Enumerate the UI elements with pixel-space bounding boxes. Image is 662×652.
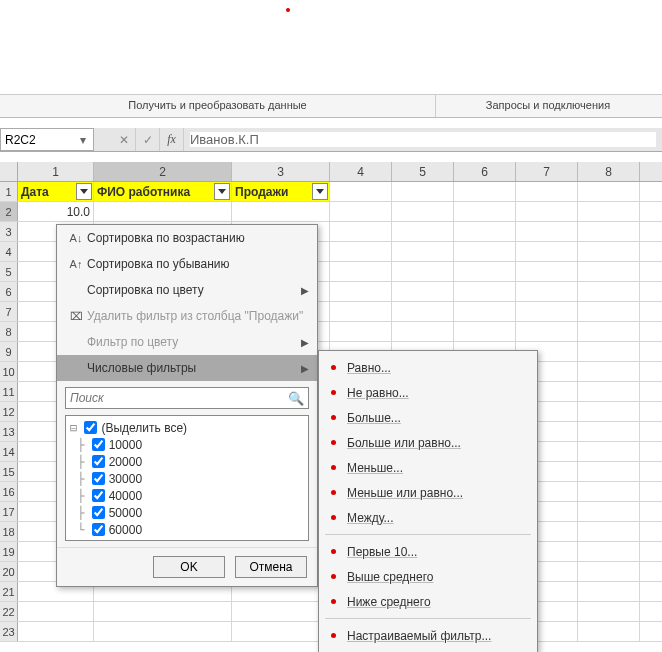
filter-value-checkbox[interactable] <box>92 523 105 536</box>
cell[interactable] <box>330 262 392 281</box>
cell[interactable]: Дата <box>18 182 94 201</box>
cell[interactable] <box>454 302 516 321</box>
sort-by-color[interactable]: Сортировка по цвету ▶ <box>57 277 317 303</box>
cell[interactable] <box>392 242 454 261</box>
filter-value-item[interactable]: ├ 10000 <box>70 436 304 453</box>
cell[interactable] <box>330 282 392 301</box>
cell[interactable] <box>392 202 454 221</box>
cell[interactable] <box>454 202 516 221</box>
cell[interactable] <box>578 202 640 221</box>
cell[interactable] <box>516 222 578 241</box>
cell[interactable] <box>578 302 640 321</box>
filter-cancel-button[interactable]: Отмена <box>235 556 307 578</box>
filter-dropdown-button[interactable] <box>312 183 328 200</box>
cell[interactable] <box>516 262 578 281</box>
filter-value-checkbox[interactable] <box>92 455 105 468</box>
column-header[interactable]: 1 <box>18 162 94 181</box>
column-header[interactable]: 5 <box>392 162 454 181</box>
cell[interactable] <box>578 422 640 441</box>
row-header[interactable]: 14 <box>0 442 18 461</box>
name-box-dropdown-icon[interactable]: ▾ <box>77 133 89 147</box>
cell[interactable] <box>516 322 578 341</box>
row-header[interactable]: 2 <box>0 202 18 221</box>
submenu-item[interactable]: Больше или равно... <box>319 430 537 455</box>
filter-value-item[interactable]: ├ 30000 <box>70 470 304 487</box>
cell[interactable] <box>578 502 640 521</box>
cell[interactable] <box>454 322 516 341</box>
cell[interactable] <box>330 202 392 221</box>
cell[interactable] <box>94 202 232 221</box>
filter-select-all-checkbox[interactable] <box>84 421 97 434</box>
submenu-item[interactable]: Меньше... <box>319 455 537 480</box>
cell[interactable] <box>578 582 640 601</box>
cell[interactable] <box>330 222 392 241</box>
fx-icon[interactable]: fx <box>160 128 184 151</box>
filter-dropdown-button[interactable] <box>214 183 230 200</box>
row-header[interactable]: 12 <box>0 402 18 421</box>
row-header[interactable]: 11 <box>0 382 18 401</box>
cell[interactable] <box>330 182 392 201</box>
cell[interactable] <box>330 322 392 341</box>
filter-dropdown-button[interactable] <box>76 183 92 200</box>
cell[interactable] <box>578 282 640 301</box>
cell[interactable] <box>392 282 454 301</box>
cell[interactable] <box>18 622 94 641</box>
cell[interactable] <box>578 542 640 561</box>
select-all-corner[interactable] <box>0 162 18 181</box>
sort-asc[interactable]: A↓ Сортировка по возрастанию <box>57 225 317 251</box>
cell[interactable]: Продажи <box>232 182 330 201</box>
submenu-item[interactable]: Ниже среднего <box>319 589 537 614</box>
row-header[interactable]: 7 <box>0 302 18 321</box>
column-header[interactable]: 6 <box>454 162 516 181</box>
accept-formula-icon[interactable]: ✓ <box>136 128 160 151</box>
cell[interactable] <box>454 222 516 241</box>
cell[interactable] <box>232 202 330 221</box>
filter-values-list[interactable]: ⊟ (Выделить все) ├ 10000 ├ 20000 ├ 30000… <box>65 415 309 541</box>
cell[interactable] <box>94 602 232 621</box>
cell[interactable] <box>516 242 578 261</box>
cell[interactable] <box>392 262 454 281</box>
filter-value-item[interactable]: └ 60000 <box>70 521 304 538</box>
formula-input[interactable] <box>190 132 656 147</box>
column-header[interactable]: 8 <box>578 162 640 181</box>
filter-value-checkbox[interactable] <box>92 506 105 519</box>
filter-select-all[interactable]: ⊟ (Выделить все) <box>70 419 304 436</box>
cell[interactable]: 10.0 <box>18 202 94 221</box>
cell[interactable] <box>578 342 640 361</box>
cell[interactable] <box>578 622 640 641</box>
row-header[interactable]: 16 <box>0 482 18 501</box>
row-header[interactable]: 17 <box>0 502 18 521</box>
filter-search[interactable]: 🔍 <box>65 387 309 409</box>
row-header[interactable]: 21 <box>0 582 18 601</box>
cell[interactable] <box>578 402 640 421</box>
cell[interactable] <box>516 282 578 301</box>
cell[interactable] <box>578 322 640 341</box>
submenu-item[interactable]: Не равно... <box>319 380 537 405</box>
cell[interactable] <box>330 302 392 321</box>
cell[interactable] <box>392 322 454 341</box>
submenu-item[interactable]: Меньше или равно... <box>319 480 537 505</box>
filter-value-item[interactable]: ├ 50000 <box>70 504 304 521</box>
row-header[interactable]: 20 <box>0 562 18 581</box>
column-header[interactable]: 7 <box>516 162 578 181</box>
cell[interactable] <box>578 442 640 461</box>
number-filters[interactable]: Числовые фильтры ▶ <box>57 355 317 381</box>
cell[interactable] <box>454 182 516 201</box>
row-header[interactable]: 15 <box>0 462 18 481</box>
cancel-formula-icon[interactable]: ✕ <box>112 128 136 151</box>
column-header[interactable]: 3 <box>232 162 330 181</box>
cell[interactable] <box>578 242 640 261</box>
name-box-input[interactable] <box>5 133 77 147</box>
cell[interactable] <box>578 482 640 501</box>
row-header[interactable]: 13 <box>0 422 18 441</box>
filter-ok-button[interactable]: OK <box>153 556 225 578</box>
cell[interactable] <box>578 362 640 381</box>
submenu-item[interactable]: Выше среднего <box>319 564 537 589</box>
row-header[interactable]: 10 <box>0 362 18 381</box>
cell[interactable] <box>578 382 640 401</box>
row-header[interactable]: 22 <box>0 602 18 621</box>
row-header[interactable]: 19 <box>0 542 18 561</box>
cell[interactable] <box>454 242 516 261</box>
cell[interactable] <box>578 462 640 481</box>
cell[interactable] <box>516 302 578 321</box>
